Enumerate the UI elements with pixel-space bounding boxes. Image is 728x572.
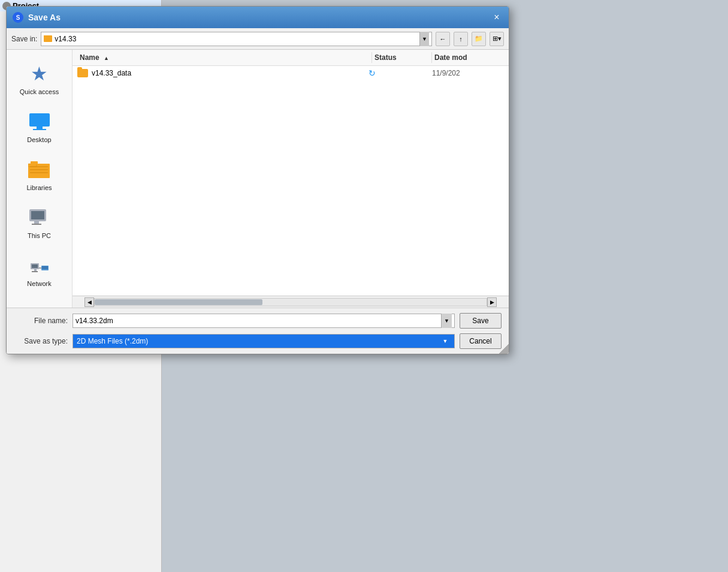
nav-desktop[interactable]: Desktop xyxy=(9,103,70,149)
network-icon-wrapper xyxy=(28,254,52,278)
file-folder-icon xyxy=(77,69,88,77)
file-name-input[interactable]: v14.33.2dm ▼ xyxy=(73,314,455,328)
save-type-row: Save as type: 2D Mesh Files (*.2dm) ▼ Ca… xyxy=(14,333,502,349)
desktop-icon xyxy=(28,112,51,131)
dialog-title: Save As xyxy=(28,13,486,22)
nav-quick-access-label: Quick access xyxy=(20,88,59,95)
cancel-button[interactable]: Cancel xyxy=(460,333,502,349)
resize-handle[interactable] xyxy=(499,344,509,354)
svg-rect-16 xyxy=(32,271,38,272)
svg-rect-14 xyxy=(32,264,38,268)
svg-rect-5 xyxy=(31,161,38,164)
nav-network-label: Network xyxy=(27,280,51,287)
svg-rect-1 xyxy=(37,127,43,129)
file-row[interactable]: v14.33_data ↻ 11/9/202 xyxy=(73,66,509,80)
svg-rect-10 xyxy=(31,211,44,219)
save-as-dialog: S Save As × Save in: v14.33 ▼ ← ↑ 📁 ⊞▾ ★… xyxy=(6,6,509,354)
file-list: v14.33_data ↻ 11/9/202 xyxy=(73,66,509,296)
save-type-dropdown-arrow[interactable]: ▼ xyxy=(440,338,451,344)
scroll-right-button[interactable]: ▶ xyxy=(487,297,497,307)
save-in-label: Save in: xyxy=(11,35,37,43)
nav-quick-access[interactable]: ★ Quick access xyxy=(9,55,70,101)
scroll-thumb[interactable] xyxy=(95,299,262,305)
file-status: ↻ xyxy=(368,68,428,78)
dialog-app-icon: S xyxy=(13,12,23,23)
new-folder-button[interactable]: 📁 xyxy=(472,32,486,46)
up-button[interactable]: ↑ xyxy=(454,32,468,46)
nav-desktop-label: Desktop xyxy=(27,136,51,143)
sync-icon: ↻ xyxy=(368,68,376,78)
save-type-value: 2D Mesh Files (*.2dm) xyxy=(77,337,437,345)
nav-network[interactable]: Network xyxy=(9,247,70,293)
dialog-footer: File name: v14.33.2dm ▼ Save Save as typ… xyxy=(7,308,509,354)
location-dropdown-arrow[interactable]: ▼ xyxy=(419,32,429,46)
this-pc-icon xyxy=(28,208,51,227)
scroll-left-button[interactable]: ◀ xyxy=(84,297,94,307)
file-name: v14.33_data xyxy=(92,69,365,77)
svg-rect-18 xyxy=(42,266,48,269)
back-button[interactable]: ← xyxy=(436,32,450,46)
nav-libraries[interactable]: Libraries xyxy=(9,151,70,197)
col-date-label: Date mod xyxy=(434,53,467,62)
libraries-icon-wrapper xyxy=(28,158,52,182)
nav-this-pc-label: This PC xyxy=(28,232,51,239)
file-name-value: v14.33.2dm xyxy=(75,317,439,325)
svg-rect-7 xyxy=(30,169,48,170)
location-text: v14.33 xyxy=(55,35,417,43)
this-pc-icon-wrapper xyxy=(28,206,52,230)
file-name-row: File name: v14.33.2dm ▼ Save xyxy=(14,313,502,329)
file-date: 11/9/202 xyxy=(432,69,504,77)
location-folder-icon xyxy=(44,35,52,42)
dialog-titlebar: S Save As × xyxy=(7,7,509,28)
dialog-toolbar: Save in: v14.33 ▼ ← ↑ 📁 ⊞▾ xyxy=(7,28,509,50)
file-area: Name ▲ Status Date mod v14.33_data ↻ xyxy=(73,50,509,308)
scroll-track[interactable] xyxy=(94,298,487,306)
svg-rect-0 xyxy=(29,113,50,127)
col-status-label: Status xyxy=(374,53,397,62)
file-name-dropdown-arrow[interactable]: ▼ xyxy=(441,314,452,328)
libraries-icon xyxy=(28,160,51,179)
col-name-header[interactable]: Name ▲ xyxy=(77,52,372,63)
svg-rect-6 xyxy=(30,166,48,167)
star-icon: ★ xyxy=(31,62,48,85)
view-options-button[interactable]: ⊞▾ xyxy=(490,32,504,46)
col-status-header[interactable]: Status xyxy=(372,52,432,63)
quick-access-icon: ★ xyxy=(28,62,52,86)
svg-rect-8 xyxy=(30,172,48,173)
file-header: Name ▲ Status Date mod xyxy=(73,50,509,66)
save-button[interactable]: Save xyxy=(460,313,502,329)
network-icon xyxy=(28,255,51,276)
svg-rect-15 xyxy=(34,269,37,271)
svg-rect-2 xyxy=(33,129,46,130)
svg-rect-11 xyxy=(34,221,39,224)
file-name-label: File name: xyxy=(14,317,68,325)
col-name-label: Name xyxy=(80,53,99,62)
dialog-body: ★ Quick access Desktop xyxy=(7,50,509,308)
col-date-header[interactable]: Date mod xyxy=(432,52,504,63)
svg-rect-12 xyxy=(32,224,41,225)
dialog-close-button[interactable]: × xyxy=(491,11,503,23)
sort-arrow: ▲ xyxy=(104,55,109,61)
save-type-label: Save as type: xyxy=(14,337,68,345)
nav-this-pc[interactable]: This PC xyxy=(9,199,70,245)
horizontal-scrollbar[interactable]: ◀ ▶ xyxy=(73,296,509,308)
location-dropdown[interactable]: v14.33 ▼ xyxy=(41,32,432,46)
nav-libraries-label: Libraries xyxy=(26,184,52,191)
save-type-dropdown[interactable]: 2D Mesh Files (*.2dm) ▼ xyxy=(73,334,455,348)
nav-panel: ★ Quick access Desktop xyxy=(7,50,73,308)
desktop-icon-wrapper xyxy=(28,110,52,134)
